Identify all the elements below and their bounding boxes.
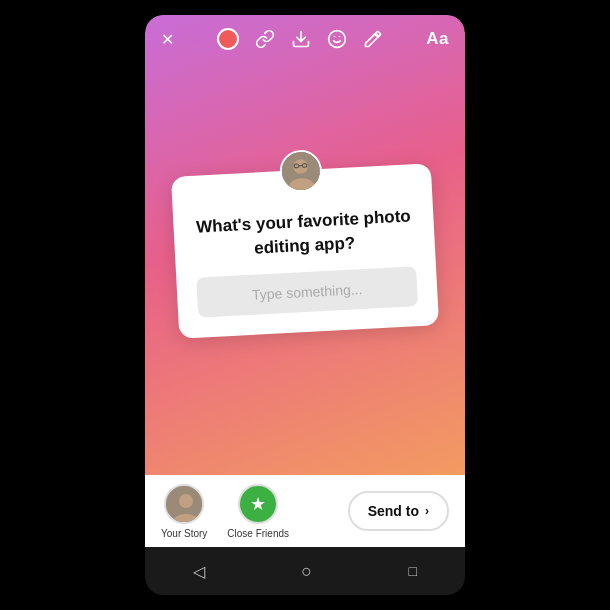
close-friends-label: Close Friends — [227, 528, 289, 539]
draw-icon[interactable] — [363, 29, 383, 49]
your-story-option[interactable]: Your Story — [161, 484, 207, 539]
recent-apps-button[interactable] — [408, 563, 416, 579]
card-input-placeholder[interactable]: Type something... — [196, 266, 418, 317]
link-icon[interactable] — [255, 29, 275, 49]
close-friends-option[interactable]: ★ Close Friends — [227, 484, 289, 539]
svg-point-11 — [179, 494, 193, 508]
your-story-avatar — [164, 484, 204, 524]
android-nav-bar — [145, 547, 465, 595]
phone-frame: Aa What's your favorite photo editing ap… — [145, 15, 465, 595]
bottom-share-bar: Your Story ★ Close Friends Send to › — [145, 475, 465, 547]
text-style-button[interactable]: Aa — [426, 29, 449, 49]
question-card[interactable]: What's your favorite photo editing app? … — [171, 163, 439, 338]
send-to-chevron: › — [425, 504, 429, 518]
avatar-image — [281, 151, 321, 191]
sticker-icon[interactable] — [327, 29, 347, 49]
home-button[interactable] — [301, 561, 312, 582]
close-icon[interactable] — [161, 30, 174, 49]
close-friends-icon: ★ — [238, 484, 278, 524]
send-to-label: Send to — [368, 503, 419, 519]
card-question-text: What's your favorite photo editing app? — [193, 204, 415, 263]
top-toolbar: Aa — [145, 15, 465, 63]
svg-point-1 — [329, 31, 346, 48]
star-icon: ★ — [250, 493, 266, 515]
send-to-button[interactable]: Send to › — [348, 491, 449, 531]
back-button[interactable] — [193, 562, 205, 581]
your-story-avatar-image — [166, 486, 202, 522]
your-story-label: Your Story — [161, 528, 207, 539]
download-icon[interactable] — [291, 29, 311, 49]
record-button[interactable] — [217, 28, 239, 50]
